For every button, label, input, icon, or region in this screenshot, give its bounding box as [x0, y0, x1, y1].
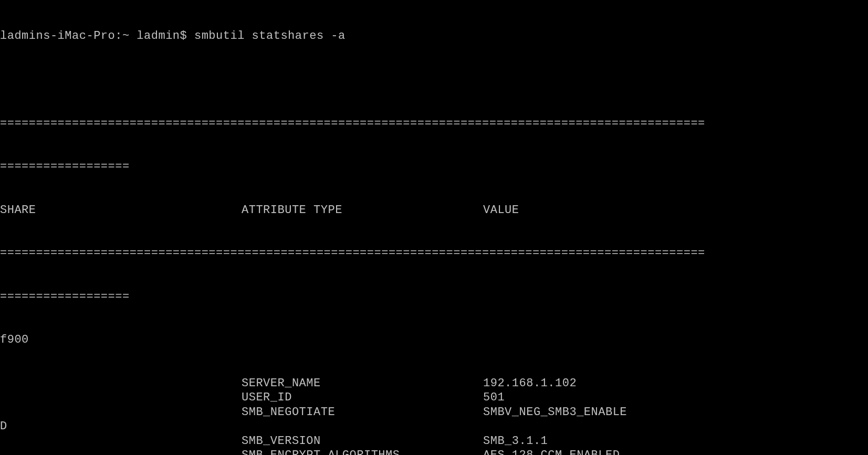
attribute-type: USER_ID: [242, 390, 483, 405]
share-name: f900: [0, 333, 868, 347]
attribute-value: SMBV_NEG_SMB3_ENABLE: [483, 405, 868, 420]
separator-line: ========================================…: [0, 246, 868, 261]
header-attribute: ATTRIBUTE TYPE: [242, 203, 483, 218]
share-column: [0, 405, 242, 420]
attribute-type: [242, 419, 483, 434]
attribute-value: AES_128_CCM_ENABLED: [483, 448, 868, 455]
share-column: D: [0, 419, 242, 434]
attribute-type: SMB_NEGOTIATE: [242, 405, 483, 420]
separator-line-wrap: ==================: [0, 290, 868, 304]
attribute-row: SMB_VERSIONSMB_3.1.1: [0, 434, 868, 449]
attribute-row: SMB_NEGOTIATESMBV_NEG_SMB3_ENABLE: [0, 405, 868, 420]
terminal-output[interactable]: ladmins-iMac-Pro:~ ladmin$ smbutil stats…: [0, 0, 868, 455]
header-share: SHARE: [0, 203, 242, 218]
attribute-value: [483, 419, 868, 434]
attribute-row: SERVER_NAME192.168.1.102: [0, 376, 868, 391]
share-column: [0, 448, 242, 455]
attribute-row: SMB_ENCRYPT_ALGORITHMSAES_128_CCM_ENABLE…: [0, 448, 868, 455]
share-column: [0, 376, 242, 391]
share-column: [0, 434, 242, 449]
separator-line: ========================================…: [0, 117, 868, 131]
attribute-value: 192.168.1.102: [483, 376, 868, 391]
attribute-row: D: [0, 419, 868, 434]
attribute-type: SMB_ENCRYPT_ALGORITHMS: [242, 448, 483, 455]
share-column: [0, 390, 242, 405]
header-value: VALUE: [483, 203, 868, 218]
attribute-value: 501: [483, 390, 868, 405]
header-row: SHAREATTRIBUTE TYPEVALUE: [0, 203, 868, 218]
attribute-value: SMB_3.1.1: [483, 434, 868, 449]
command-prompt: ladmins-iMac-Pro:~ ladmin$ smbutil stats…: [0, 29, 868, 44]
attribute-row: USER_ID501: [0, 390, 868, 405]
attribute-type: SERVER_NAME: [242, 376, 483, 391]
separator-line-wrap: ==================: [0, 160, 868, 174]
attribute-type: SMB_VERSION: [242, 434, 483, 449]
